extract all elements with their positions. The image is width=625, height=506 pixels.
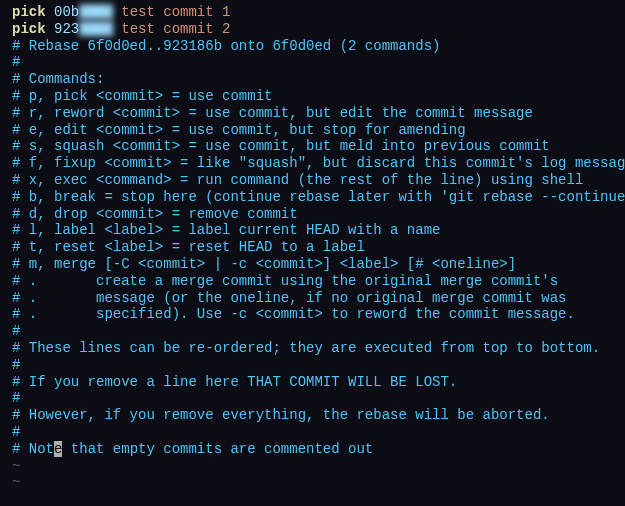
comment-line: # [12, 323, 613, 340]
comment-line: # m, merge [-C <commit> | -c <commit>] <… [12, 256, 613, 273]
comment-line: # t, reset <label> = reset HEAD to a lab… [12, 239, 613, 256]
comment-line: # r, reword <commit> = use commit, but e… [12, 105, 613, 122]
comment-line: # These lines can be re-ordered; they ar… [12, 340, 613, 357]
commit-hash: 00b████ [54, 4, 113, 20]
comment-line: # b, break = stop here (continue rebase … [12, 189, 613, 206]
comment-line: # [12, 357, 613, 374]
pick-keyword: pick [12, 21, 46, 37]
commit-msg: test commit 1 [121, 4, 230, 20]
pick-line: pick 923████ test commit 2 [12, 21, 613, 38]
cursor-line: # Note that empty commits are commented … [12, 441, 613, 458]
comment-line: # [12, 390, 613, 407]
comment-line: # e, edit <commit> = use commit, but sto… [12, 122, 613, 139]
tilde-line: ~ [12, 458, 613, 475]
comment-line: # p, pick <commit> = use commit [12, 88, 613, 105]
comment-line: # . create a merge commit using the orig… [12, 273, 613, 290]
comment-line: # . message (or the oneline, if no origi… [12, 290, 613, 307]
comment-line: # Commands: [12, 71, 613, 88]
comment-line: # Rebase 6f0d0ed..923186b onto 6f0d0ed (… [12, 38, 613, 55]
comment-line: # [12, 54, 613, 71]
commit-hash: 923████ [54, 21, 113, 37]
tilde-line: ~ [12, 474, 613, 491]
pick-keyword: pick [12, 4, 46, 20]
pick-line: pick 00b████ test commit 1 [12, 4, 613, 21]
editor-content[interactable]: pick 00b████ test commit 1 pick 923████ … [12, 4, 613, 491]
comment-line: # . specified). Use -c <commit> to rewor… [12, 306, 613, 323]
comment-line: # s, squash <commit> = use commit, but m… [12, 138, 613, 155]
comment-line: # l, label <label> = label current HEAD … [12, 222, 613, 239]
comment-line: # If you remove a line here THAT COMMIT … [12, 374, 613, 391]
comment-line: # However, if you remove everything, the… [12, 407, 613, 424]
comment-line: # [12, 424, 613, 441]
commit-msg: test commit 2 [121, 21, 230, 37]
comment-line: # x, exec <command> = run command (the r… [12, 172, 613, 189]
comment-line: # d, drop <commit> = remove commit [12, 206, 613, 223]
comment-line: # f, fixup <commit> = like "squash", but… [12, 155, 613, 172]
